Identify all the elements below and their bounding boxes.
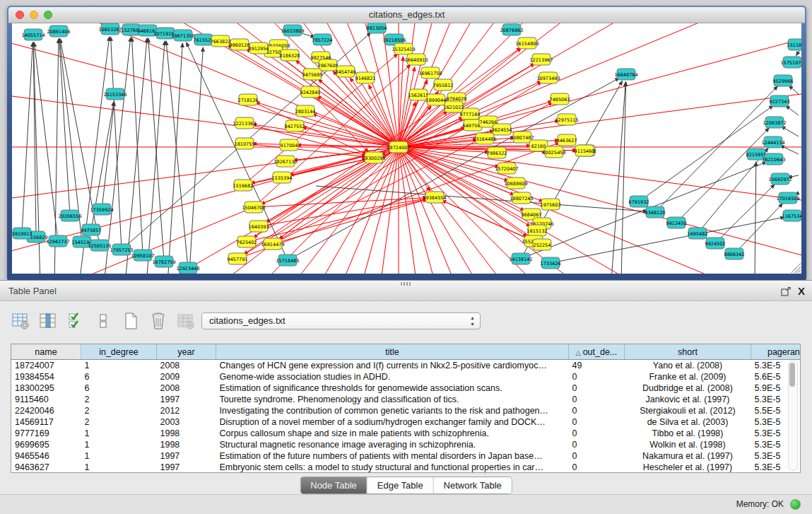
- network-node[interactable]: 16640910: [404, 54, 428, 65]
- network-node[interactable]: 16033809: [281, 25, 304, 36]
- network-node[interactable]: 16648784: [614, 69, 637, 80]
- table-row[interactable]: 911546021997Tourette syndrome. Phenomeno…: [11, 394, 801, 405]
- network-node[interactable]: 16782759: [152, 256, 175, 267]
- table-scrollbar-thumb[interactable]: [789, 363, 795, 387]
- network-node[interactable]: 1167534: [782, 210, 801, 221]
- network-node[interactable]: 10653287: [98, 23, 122, 35]
- network-node[interactable]: 9912450: [666, 217, 687, 228]
- network-node[interactable]: 9475685: [302, 69, 323, 80]
- network-node[interactable]: 12942737: [46, 235, 69, 247]
- network-node[interactable]: 19384554: [423, 192, 446, 203]
- column-header-pagerank[interactable]: pagerank: [751, 344, 801, 360]
- network-node[interactable]: 7663822: [211, 35, 231, 47]
- network-node[interactable]: 18724007: [387, 141, 410, 153]
- network-node[interactable]: 1535394: [272, 172, 293, 183]
- table-settings-icon[interactable]: [10, 310, 31, 332]
- window-resize-grip[interactable]: [791, 263, 801, 273]
- table-row[interactable]: 977716911998Corpus callosum shape and si…: [11, 428, 801, 439]
- network-node[interactable]: 20153346: [103, 88, 126, 100]
- network-node[interactable]: 917004: [280, 139, 298, 151]
- tab-network-table[interactable]: Network Table: [434, 477, 512, 493]
- delete-table-icon[interactable]: [175, 310, 196, 332]
- network-node[interactable]: 9227343: [770, 95, 790, 107]
- network-node[interactable]: 3919913: [12, 228, 32, 239]
- column-header-in_degree[interactable]: in_degree: [81, 344, 157, 360]
- network-node[interactable]: 15751074: [780, 57, 801, 68]
- table-row[interactable]: 1872400712008Changes of HCN gene express…: [11, 360, 801, 372]
- network-node[interactable]: 20876862: [500, 24, 523, 35]
- network-node[interactable]: 252254: [533, 239, 551, 250]
- network-node[interactable]: 1615132: [527, 225, 548, 236]
- network-node[interactable]: 18267130: [273, 156, 297, 167]
- network-node[interactable]: 7955812: [433, 79, 454, 90]
- network-node[interactable]: 7857224: [312, 34, 333, 45]
- network-node[interactable]: 12975115: [555, 114, 578, 125]
- network-node[interactable]: 6791932: [629, 196, 649, 207]
- network-node[interactable]: 1733426: [541, 257, 561, 269]
- network-node[interactable]: 10973493: [536, 72, 560, 83]
- network-node[interactable]: 17359924: [90, 204, 113, 215]
- network-window-titlebar[interactable]: citations_edges.txt: [8, 7, 805, 23]
- network-node[interactable]: 18807243: [510, 192, 533, 204]
- column-header-name[interactable]: name: [11, 344, 81, 360]
- column-header-year[interactable]: year: [157, 344, 216, 360]
- network-node[interactable]: 12213363: [233, 117, 256, 129]
- network-node[interactable]: 9457791: [228, 253, 248, 264]
- network-node[interactable]: 8912954: [249, 42, 269, 54]
- network-node[interactable]: 9924502: [705, 238, 726, 249]
- column-header-short[interactable]: short: [625, 344, 751, 360]
- network-node[interactable]: 10688609: [504, 177, 527, 189]
- column-selector-icon[interactable]: [37, 310, 59, 332]
- network-node[interactable]: 10025458: [542, 146, 565, 158]
- network-node[interactable]: 12213967: [529, 54, 553, 65]
- network-node[interactable]: 12444134: [761, 136, 784, 148]
- network-node[interactable]: 9348120: [645, 206, 666, 218]
- network-node[interactable]: 23164486: [473, 133, 496, 144]
- network-node[interactable]: 9146821: [355, 72, 376, 83]
- network-node[interactable]: 17957253: [110, 244, 133, 255]
- column-header-out_de[interactable]: △out_de...: [569, 344, 625, 360]
- network-node[interactable]: 8806342: [724, 248, 745, 259]
- network-node[interactable]: 9529966: [773, 75, 794, 86]
- network-node[interactable]: 15325419: [392, 43, 415, 54]
- table-row[interactable]: 946362711997Embryonic stem cells: a mode…: [11, 462, 801, 473]
- network-node[interactable]: 2718126: [238, 94, 259, 105]
- network-node[interactable]: 9242845: [300, 86, 321, 98]
- network-node[interactable]: 12923448: [176, 262, 199, 274]
- network-node[interactable]: 7485063: [550, 93, 570, 105]
- network-node[interactable]: 8186328: [280, 49, 300, 61]
- table-row[interactable]: 1830029562008Estimation of significance …: [11, 382, 801, 394]
- network-node[interactable]: 1640393: [249, 221, 269, 232]
- row-pair-icon[interactable]: [93, 310, 114, 332]
- column-header-title[interactable]: title: [216, 344, 569, 360]
- network-node[interactable]: 1516682: [233, 180, 254, 191]
- float-window-icon[interactable]: [781, 287, 791, 296]
- network-node[interactable]: 8427552: [285, 120, 305, 132]
- network-node[interactable]: 14138141: [509, 253, 532, 264]
- network-node[interactable]: 14055714: [21, 29, 45, 40]
- network-node[interactable]: 18300295: [362, 152, 385, 163]
- network-canvas[interactable]: 1405571420891406106532871527602946616110…: [12, 23, 801, 274]
- network-node[interactable]: 10958107: [131, 250, 154, 261]
- network-node[interactable]: 15046708: [242, 201, 265, 213]
- select-rows-icon[interactable]: [65, 310, 86, 332]
- table-selector-dropdown[interactable]: citations_edges.txt ▲▼: [201, 313, 481, 329]
- network-node[interactable]: 16154808: [515, 37, 539, 49]
- network-node[interactable]: 3624554: [492, 124, 512, 135]
- network-node[interactable]: 20206556: [58, 210, 81, 221]
- network-node[interactable]: 12093872: [763, 117, 786, 128]
- network-node[interactable]: 1511874: [787, 39, 801, 50]
- network-node[interactable]: 19671358: [171, 30, 194, 41]
- table-row[interactable]: 2242004622012Investigating the contribut…: [11, 405, 801, 416]
- network-node[interactable]: 12505135: [88, 240, 111, 251]
- network-node[interactable]: 8813054: [367, 23, 387, 33]
- tab-edge-table[interactable]: Edge Table: [367, 477, 434, 493]
- network-node[interactable]: 9463627: [557, 134, 577, 146]
- table-row[interactable]: 946554611997Estimation of the future num…: [11, 450, 801, 462]
- new-column-icon[interactable]: [120, 310, 141, 332]
- network-node[interactable]: 9860128: [230, 39, 250, 50]
- network-node[interactable]: 1695482: [688, 228, 708, 239]
- network-node[interactable]: 7986322: [487, 147, 507, 158]
- network-node[interactable]: 9975857: [81, 224, 102, 235]
- network-node[interactable]: 1621022: [444, 101, 464, 112]
